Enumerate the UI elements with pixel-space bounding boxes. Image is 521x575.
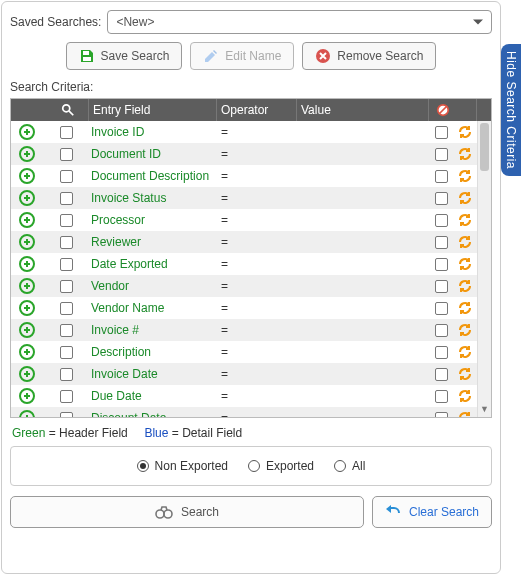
add-row-button[interactable]: [11, 256, 43, 272]
row-disable-checkbox[interactable]: [429, 280, 453, 293]
row-include-checkbox[interactable]: [43, 258, 89, 271]
operator-cell[interactable]: =: [217, 367, 297, 381]
row-disable-checkbox[interactable]: [429, 192, 453, 205]
entry-field-header[interactable]: Entry Field: [89, 99, 217, 121]
row-include-checkbox[interactable]: [43, 302, 89, 315]
row-include-checkbox[interactable]: [43, 214, 89, 227]
add-row-button[interactable]: [11, 146, 43, 162]
radio-non-exported[interactable]: Non Exported: [137, 459, 228, 473]
add-row-button[interactable]: [11, 322, 43, 338]
add-row-button[interactable]: [11, 278, 43, 294]
row-include-checkbox[interactable]: [43, 126, 89, 139]
row-refresh-button[interactable]: [453, 146, 477, 162]
add-row-button[interactable]: [11, 344, 43, 360]
operator-cell[interactable]: =: [217, 235, 297, 249]
grid-scrollbar[interactable]: ▼: [477, 121, 491, 417]
row-refresh-button[interactable]: [453, 168, 477, 184]
radio-all[interactable]: All: [334, 459, 365, 473]
add-row-button[interactable]: [11, 410, 43, 417]
operator-cell[interactable]: =: [217, 213, 297, 227]
operator-cell[interactable]: =: [217, 411, 297, 417]
operator-header[interactable]: Operator: [217, 99, 297, 121]
entry-field-cell[interactable]: Invoice Date: [89, 367, 217, 381]
operator-cell[interactable]: =: [217, 345, 297, 359]
entry-field-cell[interactable]: Description: [89, 345, 217, 359]
edit-name-button[interactable]: Edit Name: [190, 42, 294, 70]
operator-cell[interactable]: =: [217, 323, 297, 337]
scroll-down-icon[interactable]: ▼: [480, 403, 489, 415]
operator-cell[interactable]: =: [217, 279, 297, 293]
row-refresh-button[interactable]: [453, 234, 477, 250]
row-disable-checkbox[interactable]: [429, 346, 453, 359]
entry-field-cell[interactable]: Invoice ID: [89, 125, 217, 139]
row-disable-checkbox[interactable]: [429, 412, 453, 418]
row-disable-checkbox[interactable]: [429, 302, 453, 315]
disabled-column-header[interactable]: [429, 99, 453, 121]
operator-cell[interactable]: =: [217, 191, 297, 205]
row-refresh-button[interactable]: [453, 278, 477, 294]
add-row-button[interactable]: [11, 234, 43, 250]
clear-search-button[interactable]: Clear Search: [372, 496, 492, 528]
row-include-checkbox[interactable]: [43, 280, 89, 293]
search-column-header[interactable]: [43, 99, 89, 121]
radio-exported[interactable]: Exported: [248, 459, 314, 473]
row-disable-checkbox[interactable]: [429, 258, 453, 271]
add-row-button[interactable]: [11, 388, 43, 404]
row-disable-checkbox[interactable]: [429, 214, 453, 227]
entry-field-cell[interactable]: Invoice Status: [89, 191, 217, 205]
add-row-button[interactable]: [11, 190, 43, 206]
row-disable-checkbox[interactable]: [429, 236, 453, 249]
row-include-checkbox[interactable]: [43, 412, 89, 418]
operator-cell[interactable]: =: [217, 169, 297, 183]
row-refresh-button[interactable]: [453, 322, 477, 338]
add-row-button[interactable]: [11, 168, 43, 184]
remove-search-button[interactable]: Remove Search: [302, 42, 436, 70]
row-refresh-button[interactable]: [453, 300, 477, 316]
entry-field-cell[interactable]: Vendor: [89, 279, 217, 293]
row-refresh-button[interactable]: [453, 212, 477, 228]
row-include-checkbox[interactable]: [43, 368, 89, 381]
operator-cell[interactable]: =: [217, 301, 297, 315]
entry-field-cell[interactable]: Document ID: [89, 147, 217, 161]
operator-cell[interactable]: =: [217, 257, 297, 271]
scroll-thumb[interactable]: [480, 123, 489, 171]
add-row-button[interactable]: [11, 212, 43, 228]
row-include-checkbox[interactable]: [43, 170, 89, 183]
value-header[interactable]: Value: [297, 99, 429, 121]
row-disable-checkbox[interactable]: [429, 368, 453, 381]
row-refresh-button[interactable]: [453, 190, 477, 206]
save-search-button[interactable]: Save Search: [66, 42, 183, 70]
row-refresh-button[interactable]: [453, 124, 477, 140]
entry-field-cell[interactable]: Reviewer: [89, 235, 217, 249]
operator-cell[interactable]: =: [217, 125, 297, 139]
operator-cell[interactable]: =: [217, 389, 297, 403]
entry-field-cell[interactable]: Invoice #: [89, 323, 217, 337]
row-include-checkbox[interactable]: [43, 236, 89, 249]
row-refresh-button[interactable]: [453, 344, 477, 360]
row-refresh-button[interactable]: [453, 388, 477, 404]
row-include-checkbox[interactable]: [43, 148, 89, 161]
row-include-checkbox[interactable]: [43, 192, 89, 205]
row-disable-checkbox[interactable]: [429, 170, 453, 183]
add-row-button[interactable]: [11, 300, 43, 316]
operator-cell[interactable]: =: [217, 147, 297, 161]
row-refresh-button[interactable]: [453, 410, 477, 417]
entry-field-cell[interactable]: Vendor Name: [89, 301, 217, 315]
row-refresh-button[interactable]: [453, 256, 477, 272]
search-button[interactable]: Search: [10, 496, 364, 528]
saved-searches-dropdown[interactable]: <New>: [107, 10, 492, 34]
row-refresh-button[interactable]: [453, 366, 477, 382]
hide-search-criteria-tab[interactable]: Hide Search Criteria: [501, 44, 521, 176]
entry-field-cell[interactable]: Document Description: [89, 169, 217, 183]
row-disable-checkbox[interactable]: [429, 148, 453, 161]
row-include-checkbox[interactable]: [43, 324, 89, 337]
entry-field-cell[interactable]: Due Date: [89, 389, 217, 403]
row-disable-checkbox[interactable]: [429, 324, 453, 337]
row-include-checkbox[interactable]: [43, 346, 89, 359]
add-row-button[interactable]: [11, 124, 43, 140]
entry-field-cell[interactable]: Date Exported: [89, 257, 217, 271]
entry-field-cell[interactable]: Discount Date: [89, 411, 217, 417]
row-disable-checkbox[interactable]: [429, 390, 453, 403]
add-row-button[interactable]: [11, 366, 43, 382]
entry-field-cell[interactable]: Processor: [89, 213, 217, 227]
